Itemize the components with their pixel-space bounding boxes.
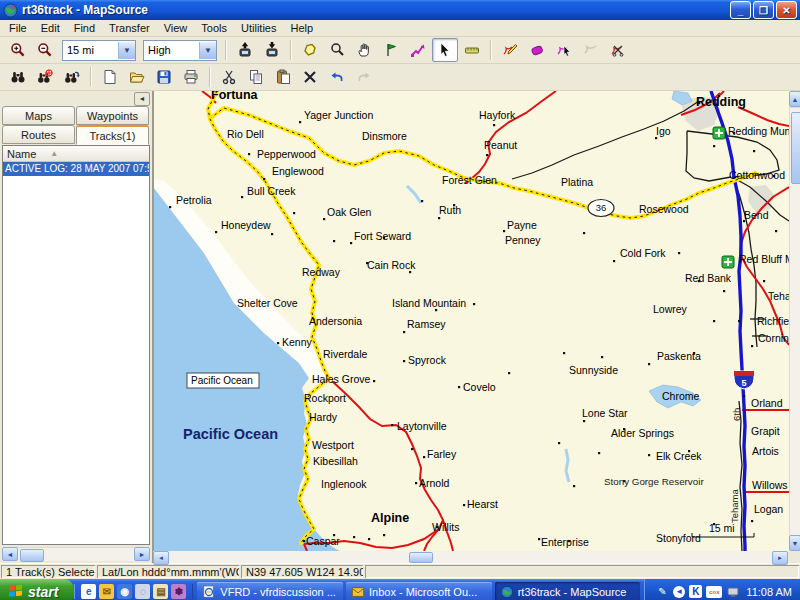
scroll-down-icon[interactable]: ▼ — [789, 535, 800, 551]
map-hscroll-thumb[interactable] — [409, 552, 433, 563]
zoom-out-button[interactable] — [32, 38, 58, 62]
scale-value: 15 mi — [63, 44, 118, 56]
scroll-left-icon[interactable]: ◄ — [2, 547, 18, 561]
cox-icon[interactable]: cox — [706, 586, 722, 598]
outlook-express-icon[interactable]: ✉ — [99, 584, 114, 599]
ie-page-icon — [202, 585, 216, 599]
map-label: Rosewood — [639, 203, 689, 215]
cut-button[interactable] — [216, 65, 242, 89]
track-list-item[interactable]: ACTIVE LOG: 28 MAY 2007 07:51 — [3, 162, 149, 176]
tab-routes[interactable]: Routes — [2, 125, 75, 144]
delete-button[interactable] — [297, 65, 323, 89]
recent-finds-button[interactable] — [59, 65, 85, 89]
map-label: Red Bank — [685, 272, 732, 284]
chevron-down-icon[interactable]: ▼ — [118, 42, 135, 59]
track-join-tool-button[interactable] — [578, 38, 604, 62]
scale-dropdown[interactable]: 15 mi▼ — [62, 40, 136, 61]
pen-icon[interactable]: ✎ — [655, 585, 669, 599]
map-hscroll-track[interactable] — [169, 551, 772, 563]
minimize-button[interactable]: _ — [730, 1, 751, 19]
map-label: 6th — [731, 408, 742, 421]
list-header-name[interactable]: Name ▲ — [3, 146, 149, 162]
track-erase-tool-button[interactable] — [524, 38, 550, 62]
open-button[interactable] — [124, 65, 150, 89]
tab-maps[interactable]: Maps — [2, 106, 75, 125]
app-icon[interactable]: ✽ — [171, 584, 186, 599]
media-icon[interactable]: ◉ — [117, 584, 132, 599]
map-canvas[interactable]: 365FortunaYager JunctionRio DellDinsmore… — [153, 91, 789, 551]
track-divide-tool-button[interactable] — [605, 38, 631, 62]
tab-tracks1[interactable]: Tracks(1) — [76, 125, 149, 145]
map-label: Willows — [752, 479, 788, 491]
route-tool-button[interactable] — [405, 38, 431, 62]
send-to-device-button[interactable] — [232, 38, 258, 62]
maximize-button[interactable]: ❐ — [753, 1, 774, 19]
map-vscroll-track[interactable] — [789, 107, 800, 535]
map-label: Platina — [561, 176, 593, 188]
scroll-right-icon[interactable]: ► — [134, 547, 150, 561]
outlook-icon — [351, 585, 365, 599]
receive-from-device-button[interactable] — [259, 38, 285, 62]
ie-icon[interactable]: e — [81, 584, 96, 599]
taskbar-task-inbox[interactable]: Inbox - Microsoft Ou... — [346, 582, 492, 600]
paste-button[interactable] — [270, 65, 296, 89]
find-button[interactable] — [5, 65, 31, 89]
explorer-icon[interactable]: ▤ — [153, 584, 168, 599]
new-button[interactable] — [97, 65, 123, 89]
scroll-right-icon[interactable]: ► — [772, 551, 788, 565]
find-nearest-button[interactable] — [32, 65, 58, 89]
map-label: Yager Junction — [304, 109, 373, 121]
tab-waypoints[interactable]: Waypoints — [76, 106, 149, 125]
k-badge-icon[interactable]: K — [689, 585, 702, 598]
map-tool-button[interactable] — [297, 38, 323, 62]
redo-button[interactable] — [351, 65, 377, 89]
panel-scroll-track[interactable] — [18, 547, 134, 561]
menu-transfer[interactable]: Transfer — [102, 21, 157, 35]
waypoint-tool-button[interactable] — [378, 38, 404, 62]
track-draw-tool-button[interactable] — [497, 38, 523, 62]
undo-button[interactable] — [324, 65, 350, 89]
map-horizontal-scrollbar[interactable]: ◄ ► — [153, 551, 800, 563]
print-button[interactable] — [178, 65, 204, 89]
panel-scroll-thumb[interactable] — [20, 549, 44, 562]
zoom-in-button[interactable] — [5, 38, 31, 62]
map-vertical-scrollbar[interactable]: ▲ ▼ — [789, 91, 800, 551]
selection-tool-button[interactable] — [432, 38, 458, 62]
title-bar[interactable]: rt36track - MapSource _ ❐ ✕ — [0, 0, 800, 20]
track-select-tool-button[interactable] — [551, 38, 577, 62]
taskbar-task-vfrd[interactable]: VFRD - vfrdiscussion ... — [197, 582, 343, 600]
chevron-down-icon[interactable]: ▼ — [199, 42, 216, 59]
scroll-left-icon[interactable]: ◄ — [153, 551, 169, 565]
menu-edit[interactable]: Edit — [34, 21, 67, 35]
detail-dropdown[interactable]: High▼ — [143, 40, 217, 61]
monitor-icon[interactable] — [726, 585, 740, 599]
map-label: Riverdale — [323, 348, 368, 360]
measure-tool-button[interactable] — [459, 38, 485, 62]
hand-tool-button[interactable] — [351, 38, 377, 62]
menu-utilities[interactable]: Utilities — [234, 21, 283, 35]
map-label: Westport — [312, 439, 354, 451]
map-label: Forest Glen — [442, 174, 497, 186]
menu-find[interactable]: Find — [67, 21, 102, 35]
menu-file[interactable]: File — [2, 21, 34, 35]
start-button[interactable]: start — [0, 579, 74, 600]
taskbar: start e✉◉◌▤✽ VFRD - vfrdiscussion ...Inb… — [0, 579, 800, 600]
map-vscroll-thumb[interactable] — [791, 112, 800, 184]
hide-icons-chevron[interactable]: ◄ — [673, 586, 685, 598]
map-label: Covelo — [463, 381, 496, 393]
taskbar-task-rt36track[interactable]: rt36track - MapSource — [495, 582, 641, 600]
panel-horizontal-scrollbar[interactable]: ◄ ► — [2, 547, 150, 561]
menu-view[interactable]: View — [157, 21, 195, 35]
menu-tools[interactable]: Tools — [194, 21, 234, 35]
map-label: Fortuna — [211, 91, 259, 102]
copy-button[interactable] — [243, 65, 269, 89]
messenger-icon[interactable]: ◌ — [135, 584, 150, 599]
menu-help[interactable]: Help — [283, 21, 320, 35]
close-button[interactable]: ✕ — [776, 1, 797, 19]
zoom-rect-tool-button[interactable] — [324, 38, 350, 62]
collapse-panel-button[interactable]: ◄ — [134, 92, 150, 106]
save-button[interactable] — [151, 65, 177, 89]
map-svg: 365FortunaYager JunctionRio DellDinsmore… — [154, 91, 789, 551]
map-label: Kibesillah — [313, 455, 358, 467]
scroll-up-icon[interactable]: ▲ — [789, 91, 800, 107]
